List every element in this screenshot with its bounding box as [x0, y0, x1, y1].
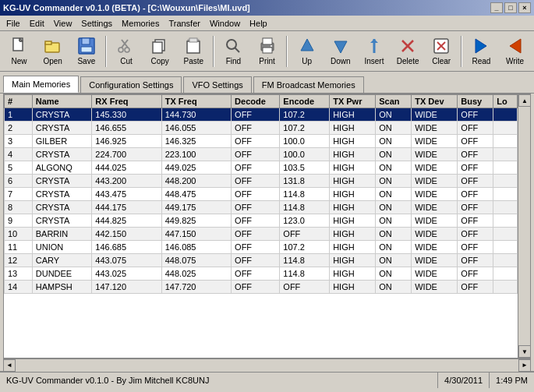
table-cell: 442.150 — [92, 228, 161, 241]
tab-fm-broadcast-memories[interactable]: FM Broadcast Memories — [253, 76, 364, 93]
table-cell: 100.0 — [280, 135, 330, 148]
svg-point-24 — [271, 45, 272, 47]
table-cell: CRYSTA — [32, 188, 92, 201]
minimize-button[interactable]: _ — [490, 2, 503, 13]
table-cell — [493, 201, 518, 214]
horizontal-scrollbar[interactable]: ◄ ► — [3, 358, 531, 371]
svg-point-13 — [125, 48, 129, 52]
table-cell: WIDE — [412, 267, 458, 281]
table-cell: 444.025 — [92, 161, 161, 175]
table-cell: OFF — [280, 228, 330, 241]
scroll-up-button[interactable]: ▲ — [518, 94, 531, 107]
table-cell: OFF — [232, 241, 280, 254]
menu-window[interactable]: Window — [205, 17, 245, 30]
paste-button[interactable]: Paste — [178, 34, 210, 69]
table-row[interactable]: 1CRYSTA145.330144.730OFF107.2HIGHONWIDEO… — [5, 108, 518, 122]
open-button[interactable]: Open — [37, 34, 69, 69]
insert-button[interactable]: Insert — [358, 34, 390, 69]
scroll-down-button[interactable]: ▼ — [518, 345, 531, 358]
table-cell — [493, 161, 518, 175]
insert-label: Insert — [364, 57, 384, 65]
table-row[interactable]: 10BARRIN442.150447.150OFFOFFHIGHONWIDEOF… — [5, 228, 518, 241]
new-icon — [10, 37, 29, 55]
table-cell: ON — [376, 241, 412, 254]
svg-line-20 — [235, 48, 239, 52]
down-button[interactable]: Down — [324, 34, 356, 69]
table-row[interactable]: 3GILBER146.925146.325OFF100.0HIGHONWIDEO… — [5, 135, 518, 148]
menu-memories[interactable]: Memories — [117, 17, 164, 30]
table-row[interactable]: 7CRYSTA443.475448.475OFF114.8HIGHONWIDEO… — [5, 188, 518, 201]
table-cell: WIDE — [412, 108, 458, 122]
table-row[interactable]: 5ALGONQ444.025449.025OFF103.5HIGHONWIDEO… — [5, 161, 518, 175]
vertical-scrollbar[interactable]: ▲ ▼ — [518, 94, 530, 358]
copy-button[interactable]: Copy — [144, 34, 176, 69]
find-button[interactable]: Find — [217, 34, 249, 69]
menu-view[interactable]: View — [49, 17, 77, 30]
window-controls[interactable]: _ □ × — [490, 2, 531, 13]
table-row[interactable]: 11UNION146.685146.085OFF107.2HIGHONWIDEO… — [5, 241, 518, 254]
save-button[interactable]: Save — [70, 34, 102, 69]
close-button[interactable]: × — [518, 2, 531, 13]
table-cell — [493, 214, 518, 228]
table-cell: 100.0 — [280, 148, 330, 161]
write-button[interactable]: Write — [499, 34, 531, 69]
table-cell: OFF — [458, 175, 493, 188]
svg-point-12 — [118, 48, 123, 52]
table-cell: HIGH — [330, 122, 376, 135]
tab-configuration-settings[interactable]: Configuration Settings — [80, 76, 182, 93]
table-cell: OFF — [458, 201, 493, 214]
cut-button[interactable]: Cut — [110, 34, 142, 69]
table-row[interactable]: 13DUNDEE443.025448.025OFF114.8HIGHONWIDE… — [5, 267, 518, 281]
sep3 — [286, 36, 288, 67]
save-label: Save — [77, 57, 95, 65]
table-cell: 3 — [5, 135, 33, 148]
read-button[interactable]: Read — [465, 34, 497, 69]
table-row[interactable]: 4CRYSTA224.700223.100OFF100.0HIGHONWIDEO… — [5, 148, 518, 161]
menu-file[interactable]: File — [2, 17, 25, 30]
window-title: KG-UV Commander v0.1.0 (BETA) - [C:\Woux… — [3, 3, 250, 12]
table-cell: OFF — [232, 122, 280, 135]
print-icon — [258, 37, 277, 55]
write-label: Write — [506, 57, 524, 65]
table-cell: 12 — [5, 254, 33, 267]
table-cell: 114.8 — [280, 254, 330, 267]
table-row[interactable]: 12CARY443.075448.075OFF114.8HIGHONWIDEOF… — [5, 254, 518, 267]
table-cell: CRYSTA — [32, 214, 92, 228]
new-label: New — [12, 57, 27, 65]
col-encode: Encode — [280, 95, 330, 108]
table-cell: ON — [376, 161, 412, 175]
up-button[interactable]: Up — [291, 34, 323, 69]
cut-label: Cut — [120, 57, 133, 65]
hscroll-right-button[interactable]: ► — [518, 359, 531, 372]
menu-settings[interactable]: Settings — [76, 17, 117, 30]
tab-vfo-settings[interactable]: VFO Settings — [183, 76, 251, 93]
toolbar: New Open Save — [0, 31, 534, 72]
table-cell: OFF — [280, 281, 330, 294]
table-cell: HIGH — [330, 175, 376, 188]
hscroll-left-button[interactable]: ◄ — [3, 359, 16, 372]
table-cell: 107.2 — [280, 122, 330, 135]
table-row[interactable]: 9CRYSTA444.825449.825OFF123.0HIGHONWIDEO… — [5, 214, 518, 228]
menu-help[interactable]: Help — [245, 17, 272, 30]
table-row[interactable]: 2CRYSTA146.655146.055OFF107.2HIGHONWIDEO… — [5, 122, 518, 135]
table-cell: ON — [376, 228, 412, 241]
table-cell: WIDE — [412, 228, 458, 241]
table-cell: 10 — [5, 228, 33, 241]
table-row[interactable]: 14HAMPSH147.120147.720OFFOFFHIGHONWIDEOF… — [5, 281, 518, 294]
tab-main-memories[interactable]: Main Memories — [3, 76, 79, 93]
delete-button[interactable]: Delete — [392, 34, 424, 69]
svg-marker-25 — [301, 39, 313, 51]
maximize-button[interactable]: □ — [504, 2, 517, 13]
table-row[interactable]: 8CRYSTA444.175449.175OFF114.8HIGHONWIDEO… — [5, 201, 518, 214]
table-cell: CRYSTA — [32, 175, 92, 188]
table-cell: OFF — [232, 281, 280, 294]
menu-transfer[interactable]: Transfer — [164, 17, 205, 30]
menu-edit[interactable]: Edit — [25, 17, 49, 30]
table-cell: ON — [376, 201, 412, 214]
svg-rect-6 — [45, 41, 51, 44]
table-row[interactable]: 6CRYSTA443.200448.200OFF131.8HIGHONWIDEO… — [5, 175, 518, 188]
clear-button[interactable]: Clear — [426, 34, 458, 69]
new-button[interactable]: New — [3, 34, 35, 69]
print-button[interactable]: Print — [251, 34, 283, 69]
write-icon — [506, 37, 525, 55]
